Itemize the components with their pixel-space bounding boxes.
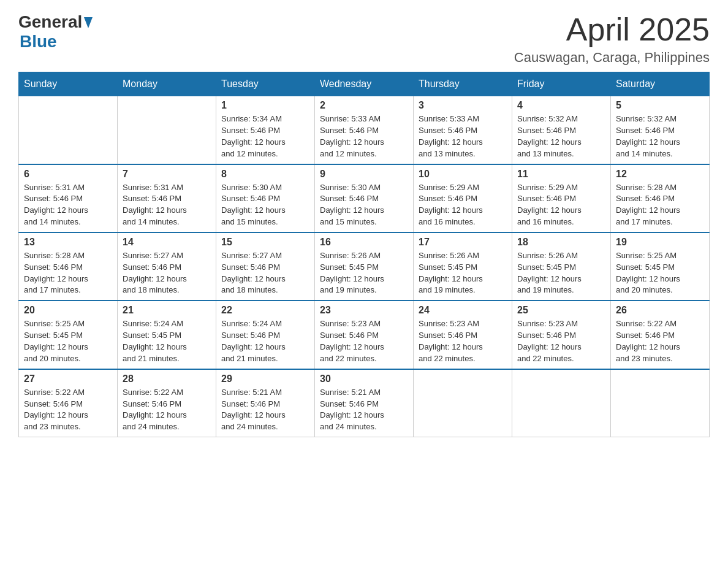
calendar-cell: 10Sunrise: 5:29 AMSunset: 5:46 PMDayligh… <box>414 164 512 232</box>
month-title: April 2025 <box>514 12 710 47</box>
day-number: 19 <box>616 237 704 248</box>
day-info: Sunrise: 5:23 AMSunset: 5:46 PMDaylight:… <box>320 318 408 364</box>
day-info: Sunrise: 5:32 AMSunset: 5:46 PMDaylight:… <box>616 113 704 159</box>
day-info: Sunrise: 5:31 AMSunset: 5:46 PMDaylight:… <box>123 182 211 228</box>
calendar-cell: 27Sunrise: 5:22 AMSunset: 5:46 PMDayligh… <box>19 369 118 437</box>
day-info: Sunrise: 5:29 AMSunset: 5:46 PMDaylight:… <box>419 182 507 228</box>
calendar-cell: 4Sunrise: 5:32 AMSunset: 5:46 PMDaylight… <box>512 96 611 164</box>
day-number: 22 <box>221 305 309 316</box>
day-info: Sunrise: 5:21 AMSunset: 5:46 PMDaylight:… <box>320 387 408 433</box>
logo: General Blue <box>18 12 93 52</box>
location-subtitle: Causwagan, Caraga, Philippines <box>514 50 710 66</box>
day-number: 5 <box>616 100 704 111</box>
calendar-cell: 24Sunrise: 5:23 AMSunset: 5:46 PMDayligh… <box>414 301 512 369</box>
calendar-cell: 9Sunrise: 5:30 AMSunset: 5:46 PMDaylight… <box>315 164 414 232</box>
week-row-3: 13Sunrise: 5:28 AMSunset: 5:46 PMDayligh… <box>19 232 710 301</box>
weekday-header-thursday: Thursday <box>414 72 512 96</box>
calendar-cell: 23Sunrise: 5:23 AMSunset: 5:46 PMDayligh… <box>315 301 414 369</box>
calendar-cell <box>512 369 611 437</box>
day-number: 14 <box>123 237 211 248</box>
day-number: 9 <box>320 169 408 180</box>
calendar-cell: 29Sunrise: 5:21 AMSunset: 5:46 PMDayligh… <box>216 369 315 437</box>
calendar-cell: 5Sunrise: 5:32 AMSunset: 5:46 PMDaylight… <box>611 96 710 164</box>
week-row-1: 1Sunrise: 5:34 AMSunset: 5:46 PMDaylight… <box>19 96 710 164</box>
day-number: 26 <box>616 305 704 316</box>
calendar-cell: 3Sunrise: 5:33 AMSunset: 5:46 PMDaylight… <box>414 96 512 164</box>
day-info: Sunrise: 5:22 AMSunset: 5:46 PMDaylight:… <box>123 387 211 433</box>
day-number: 3 <box>419 100 507 111</box>
calendar-cell: 21Sunrise: 5:24 AMSunset: 5:45 PMDayligh… <box>118 301 216 369</box>
day-number: 29 <box>221 373 309 385</box>
calendar-cell <box>118 96 216 164</box>
day-number: 13 <box>24 237 112 248</box>
calendar-cell <box>611 369 710 437</box>
day-info: Sunrise: 5:30 AMSunset: 5:46 PMDaylight:… <box>221 182 309 228</box>
day-info: Sunrise: 5:33 AMSunset: 5:46 PMDaylight:… <box>320 113 408 159</box>
calendar-cell: 16Sunrise: 5:26 AMSunset: 5:45 PMDayligh… <box>315 232 414 301</box>
weekday-header-monday: Monday <box>118 72 216 96</box>
calendar-header-row: SundayMondayTuesdayWednesdayThursdayFrid… <box>19 72 710 96</box>
calendar-cell: 12Sunrise: 5:28 AMSunset: 5:46 PMDayligh… <box>611 164 710 232</box>
day-info: Sunrise: 5:24 AMSunset: 5:45 PMDaylight:… <box>123 318 211 364</box>
day-info: Sunrise: 5:28 AMSunset: 5:46 PMDaylight:… <box>24 250 112 296</box>
day-number: 7 <box>123 169 211 180</box>
calendar-cell: 7Sunrise: 5:31 AMSunset: 5:46 PMDaylight… <box>118 164 216 232</box>
day-number: 30 <box>320 373 408 385</box>
day-info: Sunrise: 5:27 AMSunset: 5:46 PMDaylight:… <box>221 250 309 296</box>
day-number: 23 <box>320 305 408 316</box>
day-info: Sunrise: 5:21 AMSunset: 5:46 PMDaylight:… <box>221 387 309 433</box>
weekday-header-saturday: Saturday <box>611 72 710 96</box>
day-info: Sunrise: 5:23 AMSunset: 5:46 PMDaylight:… <box>419 318 507 364</box>
day-number: 16 <box>320 237 408 248</box>
calendar-cell: 13Sunrise: 5:28 AMSunset: 5:46 PMDayligh… <box>19 232 118 301</box>
day-number: 8 <box>221 169 309 180</box>
day-number: 2 <box>320 100 408 111</box>
day-info: Sunrise: 5:34 AMSunset: 5:46 PMDaylight:… <box>221 113 309 159</box>
day-number: 25 <box>517 305 605 316</box>
calendar-cell: 30Sunrise: 5:21 AMSunset: 5:46 PMDayligh… <box>315 369 414 437</box>
weekday-header-sunday: Sunday <box>19 72 118 96</box>
week-row-2: 6Sunrise: 5:31 AMSunset: 5:46 PMDaylight… <box>19 164 710 232</box>
calendar-cell: 26Sunrise: 5:22 AMSunset: 5:46 PMDayligh… <box>611 301 710 369</box>
day-info: Sunrise: 5:27 AMSunset: 5:46 PMDaylight:… <box>123 250 211 296</box>
day-info: Sunrise: 5:22 AMSunset: 5:46 PMDaylight:… <box>24 387 112 433</box>
page-header: General Blue April 2025 Causwagan, Carag… <box>18 12 710 66</box>
day-info: Sunrise: 5:26 AMSunset: 5:45 PMDaylight:… <box>320 250 408 296</box>
week-row-4: 20Sunrise: 5:25 AMSunset: 5:45 PMDayligh… <box>19 301 710 369</box>
logo-general-text: General <box>18 12 82 32</box>
day-info: Sunrise: 5:28 AMSunset: 5:46 PMDaylight:… <box>616 182 704 228</box>
day-info: Sunrise: 5:31 AMSunset: 5:46 PMDaylight:… <box>24 182 112 228</box>
day-info: Sunrise: 5:24 AMSunset: 5:46 PMDaylight:… <box>221 318 309 364</box>
day-number: 18 <box>517 237 605 248</box>
day-info: Sunrise: 5:30 AMSunset: 5:46 PMDaylight:… <box>320 182 408 228</box>
day-info: Sunrise: 5:33 AMSunset: 5:46 PMDaylight:… <box>419 113 507 159</box>
day-info: Sunrise: 5:32 AMSunset: 5:46 PMDaylight:… <box>517 113 605 159</box>
day-number: 6 <box>24 169 112 180</box>
calendar-cell: 8Sunrise: 5:30 AMSunset: 5:46 PMDaylight… <box>216 164 315 232</box>
day-number: 17 <box>419 237 507 248</box>
calendar-cell: 22Sunrise: 5:24 AMSunset: 5:46 PMDayligh… <box>216 301 315 369</box>
title-section: April 2025 Causwagan, Caraga, Philippine… <box>514 12 710 66</box>
day-info: Sunrise: 5:23 AMSunset: 5:46 PMDaylight:… <box>517 318 605 364</box>
calendar-cell: 14Sunrise: 5:27 AMSunset: 5:46 PMDayligh… <box>118 232 216 301</box>
logo-triangle-icon <box>84 17 93 31</box>
day-number: 15 <box>221 237 309 248</box>
calendar-cell: 11Sunrise: 5:29 AMSunset: 5:46 PMDayligh… <box>512 164 611 232</box>
day-info: Sunrise: 5:26 AMSunset: 5:45 PMDaylight:… <box>419 250 507 296</box>
day-number: 20 <box>24 305 112 316</box>
day-info: Sunrise: 5:25 AMSunset: 5:45 PMDaylight:… <box>616 250 704 296</box>
weekday-header-friday: Friday <box>512 72 611 96</box>
day-info: Sunrise: 5:26 AMSunset: 5:45 PMDaylight:… <box>517 250 605 296</box>
calendar-cell <box>19 96 118 164</box>
calendar-cell: 6Sunrise: 5:31 AMSunset: 5:46 PMDaylight… <box>19 164 118 232</box>
calendar-cell: 17Sunrise: 5:26 AMSunset: 5:45 PMDayligh… <box>414 232 512 301</box>
calendar-cell: 18Sunrise: 5:26 AMSunset: 5:45 PMDayligh… <box>512 232 611 301</box>
calendar-cell: 19Sunrise: 5:25 AMSunset: 5:45 PMDayligh… <box>611 232 710 301</box>
day-number: 1 <box>221 100 309 111</box>
day-number: 4 <box>517 100 605 111</box>
day-info: Sunrise: 5:25 AMSunset: 5:45 PMDaylight:… <box>24 318 112 364</box>
day-info: Sunrise: 5:22 AMSunset: 5:46 PMDaylight:… <box>616 318 704 364</box>
calendar-table: SundayMondayTuesdayWednesdayThursdayFrid… <box>18 72 710 437</box>
weekday-header-wednesday: Wednesday <box>315 72 414 96</box>
day-number: 27 <box>24 373 112 385</box>
